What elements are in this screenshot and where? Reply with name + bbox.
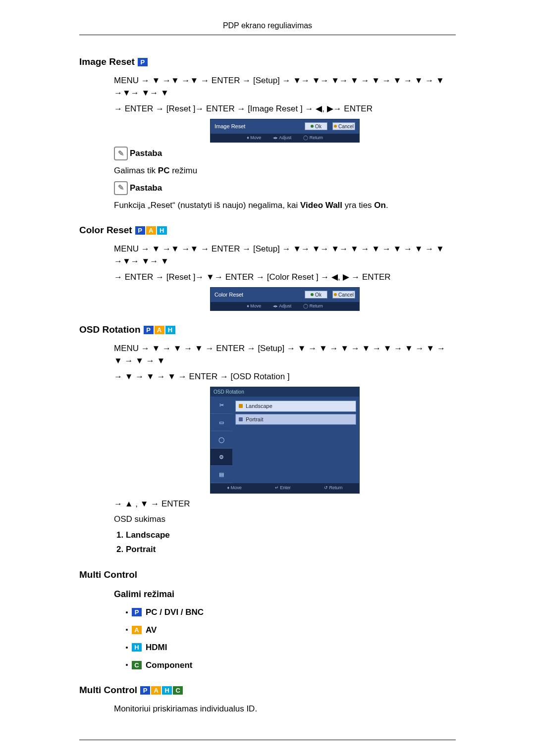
badge-a-icon: A — [146, 226, 156, 235]
nav-sequence: MENU → ▼ →▼ →▼ → ENTER → [Setup] → ▼→ ▼→… — [114, 243, 456, 268]
page-header: PDP ekrano reguliavimas — [79, 20, 456, 35]
badge-group: P — [138, 58, 148, 66]
section-image-reset-title: Image Reset P — [79, 55, 456, 69]
section-multi-control-title: Multi Control — [79, 568, 456, 582]
badge-h-icon: H — [132, 643, 142, 652]
hint-return: ◯ Return — [303, 303, 323, 310]
ok-button[interactable]: Ok — [305, 291, 327, 299]
heading-text: Color Reset — [79, 223, 132, 238]
option-label: Portrait — [246, 415, 263, 424]
cancel-button[interactable]: Cancel — [332, 291, 355, 299]
badge-p-icon: P — [144, 326, 154, 334]
nav-sequence: MENU → ▼ → ▼ → ▼ → ENTER → [Setup] → ▼ →… — [114, 342, 456, 367]
section-color-reset-title: Color Reset P A H — [79, 223, 456, 238]
multi-control-pahc-content: Monitoriui priskiriamas individualus ID. — [114, 703, 456, 715]
badge-p-icon: P — [140, 686, 150, 695]
dialog-options: Landscape Portrait — [232, 397, 359, 483]
badge-group: P A H C — [140, 686, 183, 695]
ok-button[interactable]: Ok — [305, 122, 327, 130]
footer-divider — [79, 740, 456, 740]
mode-label: AV — [146, 624, 157, 637]
cancel-label: Cancel — [338, 291, 354, 299]
osd-desc: OSD sukimas — [114, 513, 456, 526]
mode-label: Component — [146, 659, 192, 672]
side-icon-selected[interactable]: ⚙ — [211, 449, 232, 466]
osd-option-list: Landscape Portrait — [126, 529, 456, 556]
side-icon[interactable]: ▤ — [211, 466, 232, 483]
badge-h-icon: H — [165, 326, 175, 334]
note-text: Galimas tik PC režimu — [114, 164, 456, 177]
dialog-title: Color Reset — [214, 291, 300, 299]
badge-h-icon: H — [162, 686, 172, 695]
badge-group: P A H — [135, 226, 167, 235]
hint-move: ♦ Move — [247, 135, 261, 142]
hint-enter: ↵ Enter — [275, 485, 291, 492]
mode-label: HDMI — [146, 641, 167, 654]
option-label: Landscape — [246, 402, 272, 410]
badge-c-icon: C — [173, 686, 183, 695]
multi-control-text: Monitoriui priskiriamas individualus ID. — [114, 703, 456, 715]
side-icon[interactable]: ✂ — [211, 397, 232, 414]
multi-control-content: Galimi režimai PPC / DVI / BNC AAV HHDMI… — [114, 588, 456, 671]
option-landscape[interactable]: Landscape — [235, 401, 356, 412]
hint-adjust: ◂▸ Adjust — [273, 135, 291, 142]
list-item: Portrait — [126, 543, 456, 556]
nav-sequence: → ▼ → ▼ → ▼ → ENTER → [OSD Rotation ] — [114, 370, 456, 383]
badge-p-icon: P — [138, 58, 148, 66]
nav-sequence: → ENTER → [Reset ]→ ▼→ ENTER → [Color Re… — [114, 271, 456, 284]
note-label-text: Pastaba — [130, 182, 162, 195]
page-title: PDP ekrano reguliavimas — [223, 21, 312, 30]
badge-a-icon: A — [155, 326, 164, 334]
section-osd-rotation-title: OSD Rotation P A H — [79, 323, 456, 337]
note-icon: ✎ — [114, 181, 128, 195]
hint-return: ◯ Return — [303, 135, 323, 142]
heading-text: Multi Control — [79, 568, 137, 582]
note-label-text: Pastaba — [130, 147, 162, 160]
note-icon: ✎ — [114, 147, 128, 160]
note-label: ✎ Pastaba — [114, 181, 456, 195]
side-icon[interactable]: ▭ — [211, 414, 232, 431]
note-text: Funkcija „Reset“ (nustatyti iš naujo) ne… — [114, 199, 456, 212]
page: PDP ekrano reguliavimas Image Reset P ME… — [40, 0, 495, 756]
badge-a-icon: A — [151, 686, 161, 695]
mode-hdmi: HHDMI — [126, 641, 456, 654]
ok-label: Ok — [315, 291, 321, 299]
side-icon[interactable]: ◯ — [211, 431, 232, 449]
heading-text: OSD Rotation — [79, 323, 141, 337]
heading-text: Image Reset — [79, 55, 135, 69]
image-reset-content: MENU → ▼ →▼ →▼ → ENTER → [Setup] → ▼→ ▼→… — [114, 74, 456, 212]
section-multi-control-pahc-title: Multi Control P A H C — [79, 683, 456, 698]
osd-rotation-dialog: OSD Rotation ✂ ▭ ◯ ⚙ ▤ Landscape Portrai… — [210, 387, 360, 494]
dialog-side-icons: ✂ ▭ ◯ ⚙ ▤ — [211, 397, 232, 483]
osd-rotation-content: MENU → ▼ → ▼ → ▼ → ENTER → [Setup] → ▼ →… — [114, 342, 456, 556]
hint-move: ♦ Move — [247, 303, 261, 310]
badge-group: P A H — [144, 326, 175, 334]
list-item: Landscape — [126, 529, 456, 542]
mode-av: AAV — [126, 624, 456, 637]
hint-move: ♦ Move — [227, 485, 242, 492]
badge-p-icon: P — [132, 608, 142, 616]
cancel-label: Cancel — [338, 123, 354, 130]
color-reset-content: MENU → ▼ →▼ →▼ → ENTER → [Setup] → ▼→ ▼→… — [114, 243, 456, 311]
modes-subtitle: Galimi režimai — [114, 588, 456, 601]
ok-label: Ok — [315, 123, 321, 130]
mode-pc: PPC / DVI / BNC — [126, 606, 456, 619]
badge-p-icon: P — [135, 226, 145, 235]
dialog-title: OSD Rotation — [211, 387, 359, 397]
nav-sequence: MENU → ▼ →▼ →▼ → ENTER → [Setup] → ▼→ ▼→… — [114, 74, 456, 100]
hint-return: ↺ Return — [324, 485, 343, 492]
option-portrait[interactable]: Portrait — [235, 414, 356, 425]
mode-label: PC / DVI / BNC — [146, 606, 204, 619]
dialog-title: Image Reset — [214, 122, 300, 131]
modes-list: PPC / DVI / BNC AAV HHDMI CComponent — [126, 606, 456, 671]
image-reset-dialog: Image Reset Ok Cancel ♦ Move ◂▸ Adjust ◯… — [210, 119, 360, 143]
color-reset-dialog: Color Reset Ok Cancel ♦ Move ◂▸ Adjust ◯… — [210, 287, 360, 311]
heading-text: Multi Control — [79, 683, 137, 698]
note-label: ✎ Pastaba — [114, 147, 456, 160]
nav-sequence: → ENTER → [Reset ]→ ENTER → [Image Reset… — [114, 102, 456, 115]
hint-adjust: ◂▸ Adjust — [273, 303, 291, 310]
nav-sequence: → ▲ , ▼ → ENTER — [114, 498, 456, 510]
badge-c-icon: C — [132, 661, 142, 669]
cancel-button[interactable]: Cancel — [332, 122, 355, 130]
mode-component: CComponent — [126, 659, 456, 672]
